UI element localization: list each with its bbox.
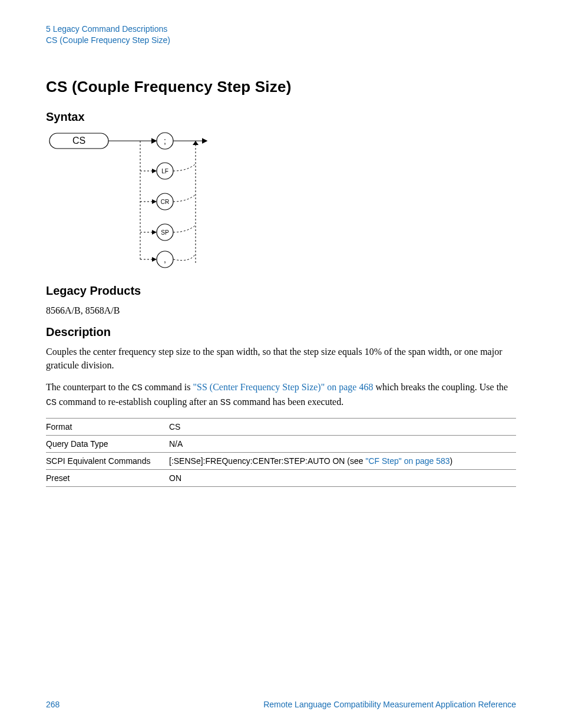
desc-p2-end: command has been executed. — [231, 397, 343, 407]
diagram-option-semicolon: ; — [164, 136, 166, 146]
spec-table: Format CS Query Data Type N/A SCPI Equiv… — [46, 418, 516, 487]
section-syntax-heading: Syntax — [46, 110, 516, 124]
row-label: SCPI Equivalent Commands — [46, 452, 169, 469]
description-paragraph-2: The counterpart to the CS command is "SS… — [46, 380, 516, 410]
row-value: ON — [169, 469, 516, 486]
breadcrumb-topic: CS (Couple Frequency Step Size) — [46, 35, 516, 46]
scpi-pre: [:SENSe]:FREQuency:CENTer:STEP:AUTO ON (… — [169, 456, 366, 466]
row-value: CS — [169, 418, 516, 435]
cf-step-link[interactable]: "CF Step" on page 583 — [366, 456, 450, 466]
diagram-option-lf: LF — [161, 168, 168, 174]
section-legacy-heading: Legacy Products — [46, 284, 516, 298]
desc-p2-code2: CS — [46, 398, 57, 408]
desc-p2-code1: CS — [132, 383, 143, 393]
page-title: CS (Couple Frequency Step Size) — [46, 78, 516, 96]
row-value: [:SENSe]:FREQuency:CENTer:STEP:AUTO ON (… — [169, 452, 516, 469]
row-label: Format — [46, 418, 169, 435]
table-row: Preset ON — [46, 469, 516, 486]
table-row: Format CS — [46, 418, 516, 435]
page-footer: 268 Remote Language Compatibility Measur… — [46, 700, 516, 709]
desc-p2-mid1: command is — [143, 382, 193, 392]
diagram-option-cr: CR — [161, 199, 169, 205]
row-value: N/A — [169, 435, 516, 452]
table-row: SCPI Equivalent Commands [:SENSe]:FREQue… — [46, 452, 516, 469]
page-content: 5 Legacy Command Descriptions CS (Couple… — [0, 0, 562, 487]
breadcrumb: 5 Legacy Command Descriptions CS (Couple… — [46, 24, 516, 46]
scpi-post: ) — [450, 456, 453, 466]
page-number: 268 — [46, 700, 59, 709]
table-row: Query Data Type N/A — [46, 435, 516, 452]
row-label: Preset — [46, 469, 169, 486]
desc-p2-pre: The counterpart to the — [46, 382, 132, 392]
description-paragraph-1: Couples the center frequency step size t… — [46, 345, 516, 372]
breadcrumb-chapter: 5 Legacy Command Descriptions — [46, 24, 516, 35]
section-description-heading: Description — [46, 325, 516, 339]
desc-p2-mid2: which breaks the coupling. Use the — [373, 382, 508, 392]
desc-p2-code3: SS — [220, 398, 231, 408]
row-label: Query Data Type — [46, 435, 169, 452]
diagram-option-comma: , — [164, 255, 166, 264]
ss-command-link[interactable]: "SS (Center Frequency Step Size)" on pag… — [193, 382, 373, 392]
desc-p2-mid3: command to re-establish coupling after a… — [57, 397, 220, 407]
document-title: Remote Language Compatibility Measuremen… — [263, 700, 516, 709]
legacy-products-text: 8566A/B, 8568A/B — [46, 304, 516, 317]
diagram-option-sp: SP — [161, 229, 169, 236]
syntax-diagram: CS ; LF CR — [46, 130, 211, 272]
diagram-start-label: CS — [72, 136, 85, 146]
